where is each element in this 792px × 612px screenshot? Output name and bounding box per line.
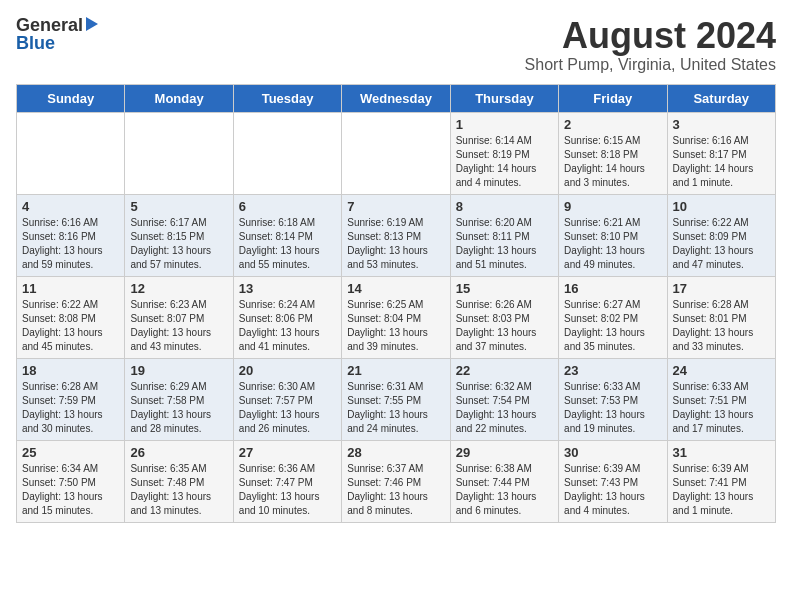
day-number: 11 [22, 281, 119, 296]
day-info: Sunrise: 6:28 AM Sunset: 7:59 PM Dayligh… [22, 380, 119, 436]
day-number: 22 [456, 363, 553, 378]
calendar-cell: 14Sunrise: 6:25 AM Sunset: 8:04 PM Dayli… [342, 276, 450, 358]
calendar-cell: 13Sunrise: 6:24 AM Sunset: 8:06 PM Dayli… [233, 276, 341, 358]
day-number: 2 [564, 117, 661, 132]
day-info: Sunrise: 6:22 AM Sunset: 8:09 PM Dayligh… [673, 216, 770, 272]
calendar-cell: 10Sunrise: 6:22 AM Sunset: 8:09 PM Dayli… [667, 194, 775, 276]
day-info: Sunrise: 6:22 AM Sunset: 8:08 PM Dayligh… [22, 298, 119, 354]
day-number: 7 [347, 199, 444, 214]
calendar-header: SundayMondayTuesdayWednesdayThursdayFrid… [17, 84, 776, 112]
day-info: Sunrise: 6:29 AM Sunset: 7:58 PM Dayligh… [130, 380, 227, 436]
calendar-cell: 28Sunrise: 6:37 AM Sunset: 7:46 PM Dayli… [342, 440, 450, 522]
day-number: 8 [456, 199, 553, 214]
calendar-week-row: 25Sunrise: 6:34 AM Sunset: 7:50 PM Dayli… [17, 440, 776, 522]
day-header: Friday [559, 84, 667, 112]
logo-general-text: General [16, 16, 83, 34]
header-row: SundayMondayTuesdayWednesdayThursdayFrid… [17, 84, 776, 112]
day-info: Sunrise: 6:25 AM Sunset: 8:04 PM Dayligh… [347, 298, 444, 354]
day-number: 10 [673, 199, 770, 214]
day-number: 9 [564, 199, 661, 214]
day-number: 17 [673, 281, 770, 296]
calendar-cell: 16Sunrise: 6:27 AM Sunset: 8:02 PM Dayli… [559, 276, 667, 358]
day-header: Saturday [667, 84, 775, 112]
day-info: Sunrise: 6:31 AM Sunset: 7:55 PM Dayligh… [347, 380, 444, 436]
calendar-cell: 31Sunrise: 6:39 AM Sunset: 7:41 PM Dayli… [667, 440, 775, 522]
day-number: 27 [239, 445, 336, 460]
day-info: Sunrise: 6:14 AM Sunset: 8:19 PM Dayligh… [456, 134, 553, 190]
day-header: Thursday [450, 84, 558, 112]
day-info: Sunrise: 6:18 AM Sunset: 8:14 PM Dayligh… [239, 216, 336, 272]
day-header: Wednesday [342, 84, 450, 112]
title-section: August 2024 Short Pump, Virginia, United… [525, 16, 776, 74]
day-number: 3 [673, 117, 770, 132]
day-number: 31 [673, 445, 770, 460]
calendar-cell: 8Sunrise: 6:20 AM Sunset: 8:11 PM Daylig… [450, 194, 558, 276]
calendar-cell: 7Sunrise: 6:19 AM Sunset: 8:13 PM Daylig… [342, 194, 450, 276]
calendar-cell [125, 112, 233, 194]
day-info: Sunrise: 6:38 AM Sunset: 7:44 PM Dayligh… [456, 462, 553, 518]
day-info: Sunrise: 6:33 AM Sunset: 7:51 PM Dayligh… [673, 380, 770, 436]
day-number: 20 [239, 363, 336, 378]
day-number: 5 [130, 199, 227, 214]
day-number: 24 [673, 363, 770, 378]
day-info: Sunrise: 6:27 AM Sunset: 8:02 PM Dayligh… [564, 298, 661, 354]
calendar-cell: 25Sunrise: 6:34 AM Sunset: 7:50 PM Dayli… [17, 440, 125, 522]
day-info: Sunrise: 6:26 AM Sunset: 8:03 PM Dayligh… [456, 298, 553, 354]
calendar-body: 1Sunrise: 6:14 AM Sunset: 8:19 PM Daylig… [17, 112, 776, 522]
calendar-cell: 26Sunrise: 6:35 AM Sunset: 7:48 PM Dayli… [125, 440, 233, 522]
day-number: 12 [130, 281, 227, 296]
day-info: Sunrise: 6:15 AM Sunset: 8:18 PM Dayligh… [564, 134, 661, 190]
calendar-cell: 1Sunrise: 6:14 AM Sunset: 8:19 PM Daylig… [450, 112, 558, 194]
day-info: Sunrise: 6:19 AM Sunset: 8:13 PM Dayligh… [347, 216, 444, 272]
calendar-cell: 24Sunrise: 6:33 AM Sunset: 7:51 PM Dayli… [667, 358, 775, 440]
day-info: Sunrise: 6:16 AM Sunset: 8:17 PM Dayligh… [673, 134, 770, 190]
day-number: 1 [456, 117, 553, 132]
calendar-week-row: 1Sunrise: 6:14 AM Sunset: 8:19 PM Daylig… [17, 112, 776, 194]
calendar-cell: 17Sunrise: 6:28 AM Sunset: 8:01 PM Dayli… [667, 276, 775, 358]
day-number: 25 [22, 445, 119, 460]
day-number: 26 [130, 445, 227, 460]
calendar-cell: 30Sunrise: 6:39 AM Sunset: 7:43 PM Dayli… [559, 440, 667, 522]
day-number: 21 [347, 363, 444, 378]
calendar-week-row: 18Sunrise: 6:28 AM Sunset: 7:59 PM Dayli… [17, 358, 776, 440]
day-number: 15 [456, 281, 553, 296]
calendar-cell: 3Sunrise: 6:16 AM Sunset: 8:17 PM Daylig… [667, 112, 775, 194]
calendar-cell: 9Sunrise: 6:21 AM Sunset: 8:10 PM Daylig… [559, 194, 667, 276]
calendar-cell [233, 112, 341, 194]
day-header: Tuesday [233, 84, 341, 112]
day-info: Sunrise: 6:36 AM Sunset: 7:47 PM Dayligh… [239, 462, 336, 518]
calendar-cell: 21Sunrise: 6:31 AM Sunset: 7:55 PM Dayli… [342, 358, 450, 440]
calendar-table: SundayMondayTuesdayWednesdayThursdayFrid… [16, 84, 776, 523]
day-number: 18 [22, 363, 119, 378]
calendar-cell: 6Sunrise: 6:18 AM Sunset: 8:14 PM Daylig… [233, 194, 341, 276]
day-info: Sunrise: 6:39 AM Sunset: 7:41 PM Dayligh… [673, 462, 770, 518]
day-info: Sunrise: 6:20 AM Sunset: 8:11 PM Dayligh… [456, 216, 553, 272]
calendar-cell: 18Sunrise: 6:28 AM Sunset: 7:59 PM Dayli… [17, 358, 125, 440]
calendar-cell [342, 112, 450, 194]
day-number: 4 [22, 199, 119, 214]
day-number: 16 [564, 281, 661, 296]
day-info: Sunrise: 6:35 AM Sunset: 7:48 PM Dayligh… [130, 462, 227, 518]
day-header: Monday [125, 84, 233, 112]
calendar-cell: 23Sunrise: 6:33 AM Sunset: 7:53 PM Dayli… [559, 358, 667, 440]
day-info: Sunrise: 6:32 AM Sunset: 7:54 PM Dayligh… [456, 380, 553, 436]
day-info: Sunrise: 6:34 AM Sunset: 7:50 PM Dayligh… [22, 462, 119, 518]
logo-blue-text: Blue [16, 34, 55, 52]
logo: General Blue [16, 16, 98, 52]
calendar-cell: 5Sunrise: 6:17 AM Sunset: 8:15 PM Daylig… [125, 194, 233, 276]
day-info: Sunrise: 6:24 AM Sunset: 8:06 PM Dayligh… [239, 298, 336, 354]
day-number: 28 [347, 445, 444, 460]
calendar-cell: 15Sunrise: 6:26 AM Sunset: 8:03 PM Dayli… [450, 276, 558, 358]
day-number: 30 [564, 445, 661, 460]
calendar-cell [17, 112, 125, 194]
day-info: Sunrise: 6:23 AM Sunset: 8:07 PM Dayligh… [130, 298, 227, 354]
day-info: Sunrise: 6:37 AM Sunset: 7:46 PM Dayligh… [347, 462, 444, 518]
day-number: 23 [564, 363, 661, 378]
calendar-cell: 19Sunrise: 6:29 AM Sunset: 7:58 PM Dayli… [125, 358, 233, 440]
calendar-week-row: 4Sunrise: 6:16 AM Sunset: 8:16 PM Daylig… [17, 194, 776, 276]
day-info: Sunrise: 6:28 AM Sunset: 8:01 PM Dayligh… [673, 298, 770, 354]
calendar-cell: 2Sunrise: 6:15 AM Sunset: 8:18 PM Daylig… [559, 112, 667, 194]
day-info: Sunrise: 6:17 AM Sunset: 8:15 PM Dayligh… [130, 216, 227, 272]
calendar-cell: 12Sunrise: 6:23 AM Sunset: 8:07 PM Dayli… [125, 276, 233, 358]
day-number: 29 [456, 445, 553, 460]
